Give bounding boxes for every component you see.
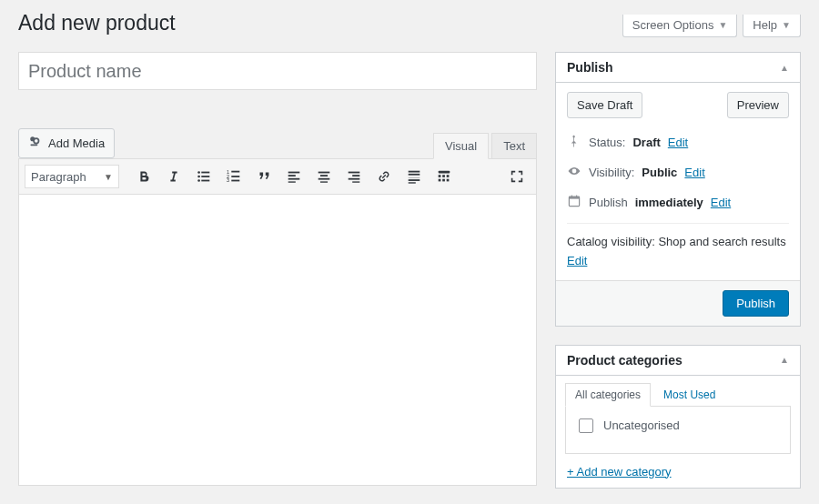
svg-rect-20 (318, 178, 330, 180)
fullscreen-button[interactable] (503, 165, 531, 188)
svg-rect-36 (442, 179, 445, 182)
help-label: Help (753, 18, 777, 32)
svg-point-4 (197, 176, 200, 178)
edit-catalog-link[interactable]: Edit (567, 254, 587, 267)
chevron-down-icon: ▼ (718, 20, 727, 30)
collapse-icon[interactable]: ▲ (780, 355, 789, 365)
svg-point-6 (197, 179, 200, 182)
publish-metabox: Publish ▲ Save Draft Preview (555, 52, 801, 327)
svg-rect-13 (231, 180, 239, 182)
italic-button[interactable] (160, 165, 187, 188)
categories-title: Product categories (567, 353, 682, 368)
svg-rect-25 (352, 181, 359, 182)
category-item[interactable]: Uncategorised (575, 416, 781, 436)
svg-rect-39 (569, 197, 579, 198)
tab-visual[interactable]: Visual (433, 133, 489, 159)
svg-rect-37 (447, 179, 450, 182)
align-left-button[interactable] (280, 165, 308, 188)
toolbar-toggle-button[interactable] (430, 165, 458, 188)
svg-rect-3 (201, 172, 209, 174)
link-button[interactable] (370, 165, 398, 188)
svg-rect-23 (352, 175, 359, 176)
svg-rect-14 (288, 172, 300, 174)
align-right-button[interactable] (340, 165, 368, 188)
edit-status-link[interactable]: Edit (668, 136, 688, 149)
calendar-icon (567, 194, 581, 211)
edit-visibility-link[interactable]: Edit (684, 166, 704, 179)
publish-title: Publish (567, 60, 613, 75)
tab-text[interactable]: Text (491, 133, 537, 158)
blockquote-button[interactable] (250, 165, 278, 188)
chevron-down-icon: ▼ (104, 172, 113, 182)
editor-toolbar: Paragraph ▼ 123 (18, 158, 537, 195)
svg-rect-7 (201, 180, 209, 182)
svg-rect-11 (231, 176, 239, 177)
svg-rect-1 (30, 144, 37, 146)
format-select-label: Paragraph (31, 170, 86, 184)
align-center-button[interactable] (310, 165, 338, 188)
save-draft-button[interactable]: Save Draft (567, 92, 642, 118)
read-more-button[interactable] (400, 165, 428, 188)
svg-rect-24 (349, 178, 360, 180)
add-new-category-link[interactable]: + Add new category (567, 465, 672, 479)
chevron-down-icon: ▼ (782, 20, 791, 30)
svg-rect-33 (442, 175, 445, 177)
screen-options-label: Screen Options (632, 18, 714, 32)
svg-rect-31 (439, 171, 450, 174)
pin-icon (567, 134, 581, 151)
tab-most-used[interactable]: Most Used (653, 383, 725, 407)
svg-rect-9 (231, 171, 239, 173)
svg-rect-41 (576, 196, 577, 198)
tab-all-categories[interactable]: All categories (565, 383, 651, 407)
collapse-icon[interactable]: ▲ (780, 63, 789, 73)
format-select[interactable]: Paragraph ▼ (25, 165, 119, 188)
svg-rect-15 (288, 175, 296, 176)
svg-rect-28 (409, 177, 420, 178)
svg-rect-17 (288, 181, 296, 182)
svg-rect-32 (439, 175, 441, 177)
screen-options-button[interactable]: Screen Options ▼ (622, 15, 738, 37)
preview-button[interactable]: Preview (727, 92, 789, 118)
product-name-input[interactable] (18, 52, 537, 90)
svg-rect-26 (409, 171, 420, 173)
media-icon (28, 135, 43, 152)
bold-button[interactable] (130, 165, 157, 188)
bullet-list-button[interactable] (190, 165, 217, 188)
help-button[interactable]: Help ▼ (743, 15, 801, 37)
number-list-button[interactable]: 123 (220, 165, 248, 188)
svg-point-2 (197, 171, 200, 174)
svg-rect-30 (409, 182, 416, 183)
svg-rect-16 (288, 178, 300, 180)
svg-text:3: 3 (227, 177, 229, 183)
svg-rect-19 (320, 175, 328, 176)
add-media-button[interactable]: Add Media (18, 128, 115, 158)
svg-rect-18 (318, 172, 330, 174)
editor-content[interactable] (18, 195, 537, 486)
svg-rect-5 (201, 176, 209, 177)
add-media-label: Add Media (48, 136, 105, 150)
edit-schedule-link[interactable]: Edit (711, 196, 731, 209)
publish-button[interactable]: Publish (723, 290, 789, 317)
svg-rect-27 (409, 174, 420, 176)
svg-rect-35 (439, 179, 441, 182)
svg-rect-21 (320, 181, 328, 182)
category-checkbox[interactable] (579, 418, 593, 433)
svg-rect-29 (409, 179, 420, 181)
svg-rect-22 (349, 172, 360, 174)
svg-rect-40 (571, 196, 572, 198)
category-label: Uncategorised (603, 418, 680, 432)
categories-metabox: Product categories ▲ All categories Most… (555, 345, 801, 489)
eye-icon (567, 164, 581, 181)
svg-rect-34 (447, 175, 450, 177)
